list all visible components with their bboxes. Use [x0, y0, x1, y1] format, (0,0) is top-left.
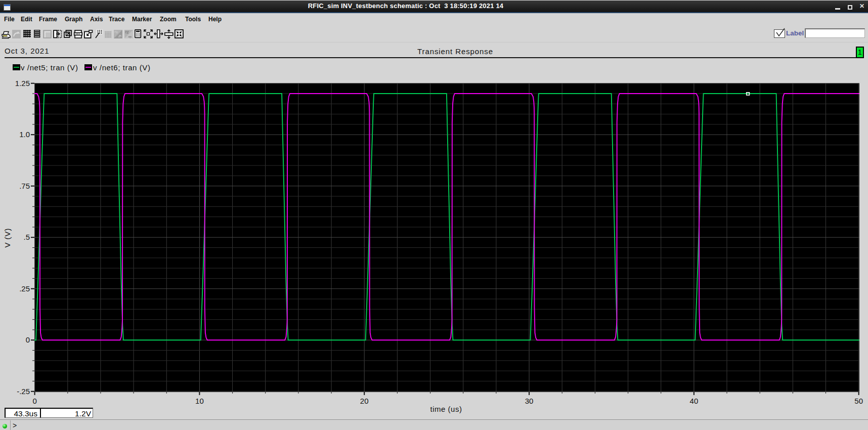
svg-text:50: 50 — [854, 397, 863, 405]
svg-text:20: 20 — [360, 397, 369, 405]
svg-text:1.25: 1.25 — [15, 79, 30, 88]
svg-text:.5: .5 — [23, 233, 30, 241]
svg-text:-.25: -.25 — [17, 387, 30, 396]
svg-text:30: 30 — [525, 397, 534, 405]
svg-text:0: 0 — [32, 397, 36, 405]
svg-text:0: 0 — [26, 335, 30, 344]
svg-text:40: 40 — [690, 397, 699, 405]
svg-text:V (V): V (V) — [3, 228, 12, 247]
svg-text:time (us): time (us) — [430, 405, 462, 413]
svg-text:10: 10 — [195, 397, 204, 405]
svg-text:.75: .75 — [19, 182, 30, 190]
svg-text:1.0: 1.0 — [19, 130, 30, 139]
svg-text:.25: .25 — [19, 284, 30, 293]
